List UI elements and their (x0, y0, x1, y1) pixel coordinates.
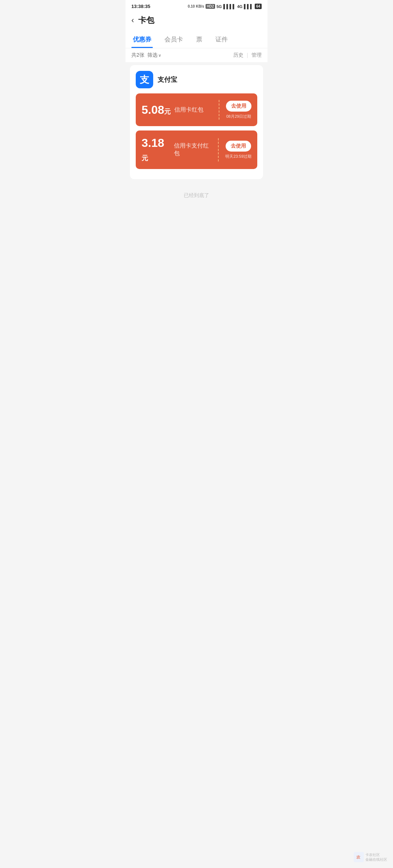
chevron-down-icon: ∨ (158, 53, 161, 58)
tab-bar: 优惠券 会员卡 票 证件 (126, 31, 267, 48)
hd-badge: HD2 (206, 4, 215, 9)
tab-credential[interactable]: 证件 (214, 31, 229, 48)
coupon-amount-2: 3.18元 (142, 136, 170, 163)
back-button[interactable]: ‹ (131, 16, 134, 25)
signal-bars-icon: ▌▌▌▌ (223, 4, 236, 9)
toolbar-right: 历史 ｜ 管理 (233, 52, 262, 59)
coupon-label-2: 信用卡支付红包 (174, 142, 214, 157)
toolbar: 共2张 筛选 ∨ 历史 ｜ 管理 (126, 48, 267, 62)
coupon-action-2: 去使用 明天23:59过期 (219, 130, 257, 169)
speed-text: 0.10 KB/s (188, 4, 204, 8)
coupon-action-1: 去使用 08月29日过期 (220, 93, 257, 126)
bottom-hint: 已经到底了 (126, 184, 267, 213)
battery-indicator: 64 (255, 4, 262, 9)
use-button-2[interactable]: 去使用 (226, 141, 251, 152)
tab-coupon[interactable]: 优惠券 (131, 31, 153, 48)
coupon-label-1: 信用卡红包 (174, 106, 203, 114)
toolbar-left: 共2张 筛选 ∨ (131, 52, 161, 59)
history-button[interactable]: 历史 (233, 52, 243, 59)
merchant-header: 支 支付宝 (136, 71, 257, 88)
network1-label: 5G (217, 4, 222, 9)
coupon-card-2: 3.18元 信用卡支付红包 去使用 明天23:59过期 (136, 130, 257, 169)
status-time: 13:38:35 (131, 4, 150, 9)
merchant-name: 支付宝 (158, 75, 177, 84)
coupon-count: 共2张 (131, 52, 144, 59)
status-bar: 13:38:35 0.10 KB/s HD2 5G ▌▌▌▌ 4G ▌▌▌ 64 (126, 0, 267, 11)
tab-membership[interactable]: 会员卡 (163, 31, 184, 48)
page-header: ‹ 卡包 (126, 11, 267, 31)
merchant-logo: 支 (136, 71, 153, 88)
network2-label: 4G (237, 4, 243, 9)
divider: ｜ (245, 52, 250, 59)
expire-text-2: 明天23:59过期 (225, 154, 251, 159)
coupon-amount-1: 5.08元 (142, 103, 171, 117)
coupon-main-2: 3.18元 信用卡支付红包 (136, 130, 219, 169)
tab-ticket[interactable]: 票 (195, 31, 204, 48)
alipay-icon: 支 (140, 73, 149, 86)
coupon-main-1: 5.08元 信用卡红包 (136, 93, 220, 126)
expire-text-1: 08月29日过期 (226, 114, 251, 119)
use-button-1[interactable]: 去使用 (226, 101, 251, 112)
status-right: 0.10 KB/s HD2 5G ▌▌▌▌ 4G ▌▌▌ 64 (188, 4, 262, 9)
signal-bars2-icon: ▌▌▌ (244, 4, 253, 9)
filter-button[interactable]: 筛选 ∨ (147, 52, 161, 59)
page-title: 卡包 (138, 15, 154, 26)
alipay-card-section: 支 支付宝 5.08元 信用卡红包 去使用 08月29日过期 3.18元 信用卡… (130, 65, 263, 179)
coupon-card-1: 5.08元 信用卡红包 去使用 08月29日过期 (136, 93, 257, 126)
manage-button[interactable]: 管理 (251, 52, 262, 59)
